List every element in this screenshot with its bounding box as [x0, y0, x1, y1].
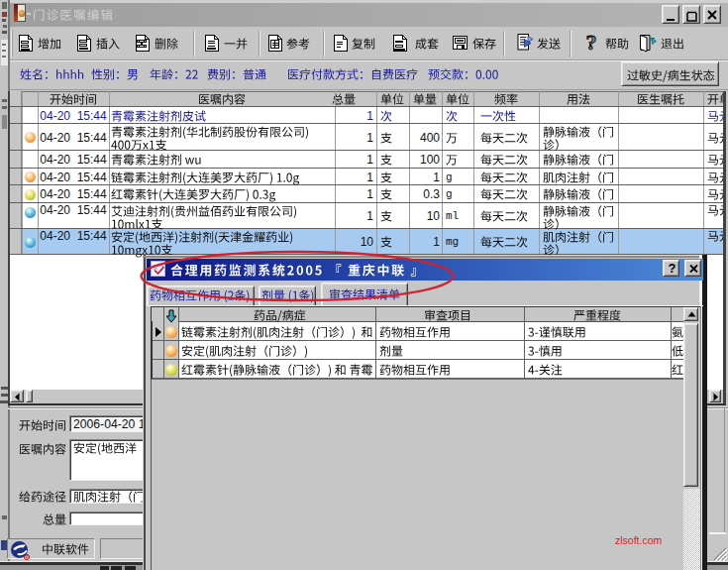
svg-text:?: ?: [586, 30, 597, 55]
